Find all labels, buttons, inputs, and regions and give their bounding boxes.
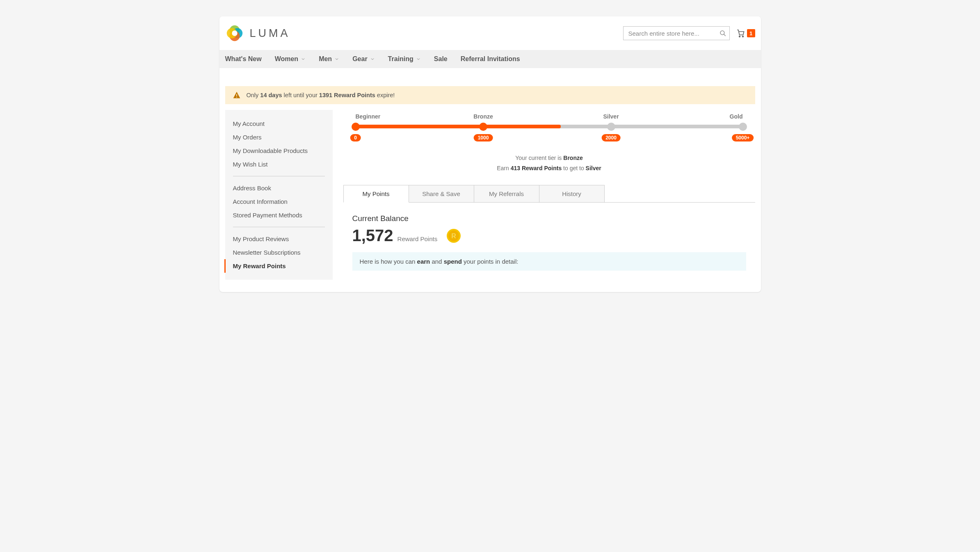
chevron-down-icon (301, 57, 306, 62)
logo[interactable]: LUMA (225, 24, 290, 43)
balance-value: 1,572 (352, 226, 393, 245)
balance-unit: Reward Points (397, 235, 438, 242)
svg-rect-10 (236, 97, 237, 98)
nav-item-label: Gear (352, 55, 367, 63)
nav-item-referral-invitations[interactable]: Referral Invitations (461, 50, 528, 68)
sidebar-item-my-orders[interactable]: My Orders (233, 130, 325, 144)
nav-item-label: Referral Invitations (461, 55, 520, 63)
search-icon[interactable] (719, 30, 726, 37)
content: Only 14 days left until your 1391 Reward… (219, 68, 761, 292)
sidebar-item-address-book[interactable]: Address Book (233, 181, 325, 195)
cart-count-badge: 1 (747, 29, 755, 37)
sidebar-divider (233, 176, 325, 176)
nav-item-men[interactable]: Men (319, 50, 347, 68)
sidebar-item-my-account[interactable]: My Account (233, 117, 325, 130)
tier-threshold-gold: 5000+ (732, 134, 754, 141)
tier-progress: BeginnerBronzeSilverGold 0100020005000+ (356, 113, 743, 143)
alert-text: Only 14 days left until your 1391 Reward… (247, 92, 395, 98)
chevron-down-icon (416, 57, 421, 62)
nav-item-gear[interactable]: Gear (352, 50, 382, 68)
nav-item-label: What's New (225, 55, 262, 63)
main-nav: What's NewWomenMenGearTrainingSaleReferr… (219, 50, 761, 68)
nav-item-label: Women (275, 55, 298, 63)
svg-point-5 (720, 31, 724, 35)
tier-label-beginner: Beginner (356, 113, 381, 120)
svg-line-6 (724, 34, 725, 36)
nav-item-women[interactable]: Women (275, 50, 313, 68)
sidebar-item-stored-payment-methods[interactable]: Stored Payment Methods (233, 208, 325, 222)
tier-status-text: Your current tier is Bronze Earn 413 Rew… (343, 153, 755, 173)
nav-item-label: Men (319, 55, 332, 63)
tab-my-referrals[interactable]: My Referrals (474, 185, 539, 202)
tier-dot-beginner (352, 123, 360, 131)
nav-item-label: Sale (434, 55, 448, 63)
header-right: 1 (623, 26, 755, 40)
tier-threshold-silver: 2000 (601, 134, 621, 141)
tier-bar-fill (356, 125, 561, 128)
nav-item-label: Training (388, 55, 413, 63)
tier-dot-gold (739, 123, 747, 131)
nav-item-what-s-new[interactable]: What's New (225, 50, 269, 68)
search-field[interactable] (623, 26, 730, 40)
svg-point-8 (742, 36, 743, 37)
balance-block: Current Balance 1,572 Reward Points R He… (343, 203, 755, 278)
svg-point-7 (739, 36, 740, 37)
rewards-expiry-alert: Only 14 days left until your 1391 Reward… (225, 86, 755, 104)
tier-label-silver: Silver (603, 113, 619, 120)
nav-item-sale[interactable]: Sale (434, 50, 455, 68)
sidebar-divider (233, 227, 325, 227)
info-strip: Here is how you can earn and spend your … (352, 252, 746, 271)
search-input[interactable] (623, 26, 730, 40)
tab-my-points[interactable]: My Points (343, 185, 409, 203)
tier-label-bronze: Bronze (473, 113, 493, 120)
tier-dot-bronze (479, 123, 487, 131)
sidebar-item-my-reward-points[interactable]: My Reward Points (224, 259, 325, 273)
chevron-down-icon (334, 57, 339, 62)
main-panel: BeginnerBronzeSilverGold 0100020005000+ … (343, 110, 755, 280)
rewards-tabs: My PointsShare & SaveMy ReferralsHistory (343, 185, 755, 203)
account-sidebar: My AccountMy OrdersMy Downloadable Produ… (225, 110, 333, 280)
sidebar-item-my-downloadable-products[interactable]: My Downloadable Products (233, 144, 325, 157)
svg-point-4 (232, 30, 237, 36)
app-window: LUMA 1 What's NewWomenMenGearTrainingSal… (219, 16, 761, 292)
balance-heading: Current Balance (352, 214, 746, 223)
tier-threshold-bronze: 1000 (474, 134, 493, 141)
tier-bar (356, 125, 743, 128)
logo-icon (225, 24, 244, 43)
tier-dot-silver (607, 123, 615, 131)
nav-item-training[interactable]: Training (388, 50, 428, 68)
cart[interactable]: 1 (736, 28, 755, 38)
tab-history[interactable]: History (539, 185, 605, 202)
coin-icon: R (446, 228, 461, 243)
tier-threshold-beginner: 0 (350, 134, 361, 141)
brand-name: LUMA (250, 27, 290, 40)
tab-share-save[interactable]: Share & Save (409, 185, 474, 202)
svg-text:R: R (451, 233, 456, 240)
tier-label-gold: Gold (730, 113, 743, 120)
svg-rect-9 (236, 94, 237, 96)
sidebar-item-newsletter-subscriptions[interactable]: Newsletter Subscriptions (233, 246, 325, 259)
sidebar-item-my-wish-list[interactable]: My Wish List (233, 157, 325, 171)
warning-icon (233, 91, 241, 99)
chevron-down-icon (370, 57, 375, 62)
sidebar-item-account-information[interactable]: Account Information (233, 195, 325, 208)
header: LUMA 1 (219, 16, 761, 50)
cart-icon (736, 28, 745, 38)
sidebar-item-my-product-reviews[interactable]: My Product Reviews (233, 232, 325, 246)
